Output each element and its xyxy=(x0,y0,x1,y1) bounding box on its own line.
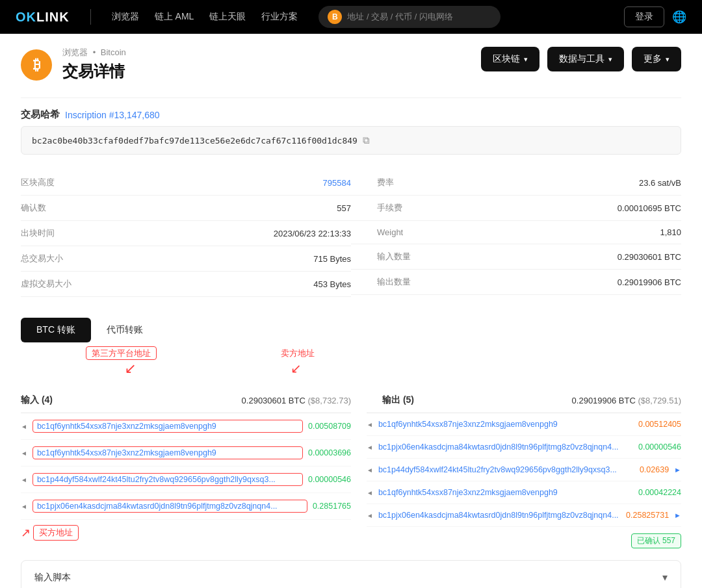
tx-size-value: 715 Bytes xyxy=(313,254,351,264)
nav-browser[interactable]: 浏览器 xyxy=(112,11,139,23)
annotation-area: 第三方平台地址 ↗ 卖方地址 ↙ xyxy=(21,342,681,381)
output-row-3: ◄ bc1qf6ynhtk54xsx87nje3xnz2mksgjaem8ven… xyxy=(367,481,681,504)
input-address-3[interactable]: bc1pjx06en4kasdcjma84kwtasrd0jdn8l9tn96p… xyxy=(32,500,307,513)
block-height-value[interactable]: 795584 xyxy=(323,178,351,188)
seller-annotation: 卖方地址 xyxy=(281,348,315,359)
inscription-link[interactable]: Inscription #13,147,680 xyxy=(65,110,160,120)
output-address-2[interactable]: bc1p44dyf584xwlf24kt45ltu2fry2tv8wq92965… xyxy=(378,465,634,474)
input-address-0[interactable]: bc1qf6ynhtk54xsx87nje3xnz2mksgjaem8venpg… xyxy=(32,420,303,433)
nav-divider xyxy=(90,9,91,25)
nav-tianyan[interactable]: 链上天眼 xyxy=(209,11,246,23)
time-value: 2023/06/23 22:13:33 xyxy=(274,229,351,238)
confirmed-row: 已确认 557 xyxy=(367,527,681,555)
search-bar[interactable]: B 地址 / 交易 / 代币 / 闪电网络 xyxy=(318,6,500,28)
triangle-icon: ◄ xyxy=(367,421,373,428)
hash-label: 交易哈希 Inscription #13,147,680 xyxy=(21,109,681,121)
io-container: 输入 (4) 0.29030601 BTC ($8,732.73) ◄ bc1q… xyxy=(21,387,681,555)
third-party-arrow-icon: ↗ xyxy=(125,361,136,377)
outputs-amount: 0.29019906 BTC ($8,729.51) xyxy=(572,396,681,405)
nav-aml[interactable]: 链上 AML xyxy=(155,11,194,23)
search-placeholder: 地址 / 交易 / 代币 / 闪电网络 xyxy=(347,11,491,23)
inputs-amount: 0.29030601 BTC ($8,732.73) xyxy=(242,396,351,405)
nav: 浏览器 链上 AML 链上天眼 行业方案 xyxy=(112,11,298,23)
info-row-block-height: 区块高度 795584 xyxy=(21,170,351,196)
more-button[interactable]: 更多 ▾ xyxy=(632,47,681,71)
inputs-title: 输入 (4) xyxy=(21,394,53,406)
header: OKLINK 浏览器 链上 AML 链上天眼 行业方案 B 地址 / 交易 / … xyxy=(0,0,702,34)
btc-badge: B xyxy=(328,10,342,24)
fee-label: 手续费 xyxy=(377,202,442,214)
input-amount-value: 0.29030601 BTC xyxy=(618,252,681,262)
login-button[interactable]: 登录 xyxy=(624,6,664,27)
chevron-down-icon: ▾ xyxy=(524,55,528,64)
output-amount-label: 输出数量 xyxy=(377,276,442,288)
input-script-header[interactable]: 输入脚本 ▾ xyxy=(21,561,681,588)
vsize-value: 453 Bytes xyxy=(313,279,351,289)
output-amount-1: 0.00000546 xyxy=(638,442,681,452)
info-row-vsize: 虚拟交易大小 453 Bytes xyxy=(21,272,351,297)
output-address-3[interactable]: bc1qf6ynhtk54xsx87nje3xnz2mksgjaem8venpg… xyxy=(378,488,633,497)
input-amount-1: 0.00003696 xyxy=(308,448,351,457)
output-amount-2: 0.02639 xyxy=(640,465,669,474)
weight-label: Weight xyxy=(377,227,442,237)
confirmed-badge: 已确认 557 xyxy=(631,533,681,548)
info-row-fee-rate: 费率 23.6 sat/vB xyxy=(351,170,681,196)
breadcrumb: 浏览器 • Bitcoin xyxy=(62,47,126,58)
tab-section: BTC 转账 代币转账 xyxy=(0,307,702,342)
block-height-label: 区块高度 xyxy=(21,177,86,188)
fee-rate-value: 23.6 sat/vB xyxy=(639,178,681,188)
hash-value: bc2ac0be40b33cfaf0dedf7bafc97de113ce56e2… xyxy=(32,136,358,146)
buyer-annotation-area: ↗ 买方地址 xyxy=(21,520,351,546)
header-right: 登录 🌐 xyxy=(624,6,686,27)
outputs-rows: ◄ bc1qf6ynhtk54xsx87nje3xnz2mksgjaem8ven… xyxy=(367,413,681,527)
output-row-0: ◄ bc1qf6ynhtk54xsx87nje3xnz2mksgjaem8ven… xyxy=(367,413,681,436)
info-row-tx-size: 总交易大小 715 Bytes xyxy=(21,246,351,272)
info-right: 费率 23.6 sat/vB 手续费 0.00010695 BTC Weight… xyxy=(351,170,681,297)
info-row-input-amount: 输入数量 0.29030601 BTC xyxy=(351,244,681,270)
time-label: 出块时间 xyxy=(21,227,86,239)
input-address-2[interactable]: bc1p44dyf584xwlf24kt45ltu2fry2tv8wq92965… xyxy=(32,473,303,486)
input-address-1[interactable]: bc1qf6ynhtk54xsx87nje3xnz2mksgjaem8venpg… xyxy=(32,446,303,459)
copy-icon[interactable]: ⧉ xyxy=(363,134,370,146)
fee-rate-label: 费率 xyxy=(377,177,442,188)
title-left: ₿ 浏览器 • Bitcoin 交易详情 xyxy=(21,47,126,82)
triangle-icon: ◄ xyxy=(21,476,27,483)
output-row-2: ◄ bc1p44dyf584xwlf24kt45ltu2fry2tv8wq929… xyxy=(367,459,681,481)
output-address-0[interactable]: bc1qf6ynhtk54xsx87nje3xnz2mksgjaem8venpg… xyxy=(378,420,633,429)
outputs-header: 输出 (5) 0.29019906 BTC ($8,729.51) xyxy=(367,387,681,413)
output-address-1[interactable]: bc1pjx06en4kasdcjma84kwtasrd0jdn8l9tn96p… xyxy=(378,442,633,452)
tab-btc-transfer[interactable]: BTC 转账 xyxy=(21,318,91,342)
triangle-icon: ◄ xyxy=(367,444,373,451)
globe-button[interactable]: 🌐 xyxy=(672,10,686,24)
info-left: 区块高度 795584 确认数 557 出块时间 2023/06/23 22:1… xyxy=(21,170,351,297)
triangle-icon: ◄ xyxy=(367,489,373,496)
tab-token-transfer[interactable]: 代币转账 xyxy=(91,318,159,342)
output-amount-value: 0.29019906 BTC xyxy=(618,277,681,287)
output-amount-4: 0.25825731 xyxy=(626,511,669,520)
seller-arrow-icon: ↙ xyxy=(291,361,302,376)
input-script-section: 输入脚本 ▾ xyxy=(21,560,681,588)
triangle-icon: ◄ xyxy=(367,512,373,519)
transfer-section: 第三方平台地址 ↗ 卖方地址 ↙ 输入 (4) 0.29030601 BTC (… xyxy=(0,342,702,555)
triangle-icon: ◄ xyxy=(21,503,27,510)
data-tools-button[interactable]: 数据与工具 ▾ xyxy=(547,47,624,71)
page-title: 交易详情 xyxy=(62,61,126,82)
info-row-confirmations: 确认数 557 xyxy=(21,196,351,221)
info-row-weight: Weight 1,810 xyxy=(351,221,681,244)
confirmations-value: 557 xyxy=(337,203,351,213)
hash-box: bc2ac0be40b33cfaf0dedf7bafc97de113ce56e2… xyxy=(21,126,681,155)
weight-value: 1,810 xyxy=(660,227,681,237)
info-row-output-amount: 输出数量 0.29019906 BTC xyxy=(351,270,681,295)
blockchain-button[interactable]: 区块链 ▾ xyxy=(481,47,540,71)
chevron-down-icon: ▾ xyxy=(608,55,612,64)
output-address-4[interactable]: bc1pjx06en4kasdcjma84kwtasrd0jdn8l9tn96p… xyxy=(378,511,621,520)
input-row-0: ◄ bc1qf6ynhtk54xsx87nje3xnz2mksgjaem8ven… xyxy=(21,413,351,440)
nav-solution[interactable]: 行业方案 xyxy=(261,11,298,23)
input-amount-label: 输入数量 xyxy=(377,251,442,262)
inputs-panel: 输入 (4) 0.29030601 BTC ($8,732.73) ◄ bc1q… xyxy=(21,387,351,555)
outputs-title: 输出 (5) xyxy=(382,394,414,406)
hash-section: 交易哈希 Inscription #13,147,680 bc2ac0be40b… xyxy=(0,103,702,165)
page: ₿ 浏览器 • Bitcoin 交易详情 区块链 ▾ 数据与工具 ▾ 更多 xyxy=(0,34,702,588)
outputs-panel: 输出 (5) 0.29019906 BTC ($8,729.51) ◄ bc1q… xyxy=(351,387,681,555)
input-amount-2: 0.00000546 xyxy=(308,475,351,484)
